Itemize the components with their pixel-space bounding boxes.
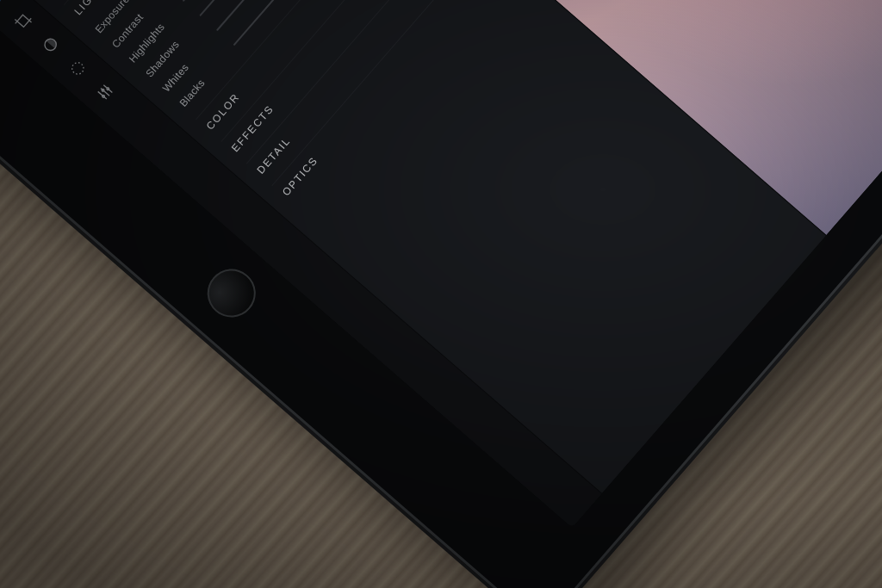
home-button[interactable] (197, 259, 265, 327)
section-optics-label: OPTICS (280, 154, 320, 198)
healing-radial-icon[interactable] (65, 55, 91, 82)
crop-icon[interactable] (9, 8, 36, 34)
mask-circle-icon[interactable] (37, 31, 64, 58)
adjust-sliders-icon[interactable] (0, 0, 9, 10)
svg-point-4 (70, 60, 86, 77)
presets-icon[interactable] (92, 78, 119, 105)
